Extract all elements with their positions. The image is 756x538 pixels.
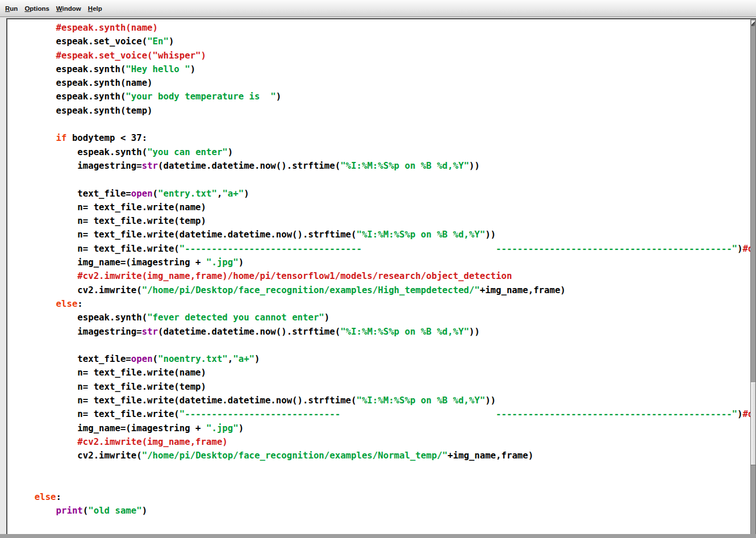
code-token-text: n= text_file.write(datetime.datetime.now… — [13, 229, 356, 240]
code-line: n= text_file.write(datetime.datetime.now… — [13, 394, 750, 407]
code-token-text — [13, 298, 56, 309]
code-token-comment: #cv2.imwrite(img_name,frame) — [13, 436, 228, 447]
code-token-string: "a+" — [222, 188, 244, 199]
code-token-text: cv2.imwrite( — [13, 285, 142, 295]
code-token-text: )) — [485, 395, 496, 406]
code-token-string: "%I:%M:%S%p on %B %d,%Y" — [340, 160, 469, 171]
code-token-string: "noentry.txt" — [158, 353, 228, 364]
code-token-text: cv2.imwrite( — [13, 450, 142, 461]
code-token-text: ( — [83, 505, 88, 516]
code-line: espeak.synth(temp) — [13, 104, 750, 118]
menu-item-help[interactable]: Help — [85, 3, 106, 14]
code-token-string: "/home/pi/Desktop/face_recognition/examp… — [142, 285, 480, 295]
code-token-string: "%I:%M:%S%p on %B %d,%Y" — [356, 395, 485, 406]
code-token-text: espeak.set_voice( — [13, 36, 147, 47]
code-token-string: "Hey hello " — [126, 64, 190, 74]
code-token-text: ) — [737, 243, 742, 254]
code-token-text: ) — [228, 147, 233, 157]
code-token-text: ( — [153, 353, 158, 364]
menu-item-options[interactable]: Options — [21, 3, 52, 14]
code-token-builtin: print — [56, 505, 83, 516]
code-line: espeak.synth(name) — [13, 76, 750, 90]
code-line — [13, 339, 750, 352]
code-token-builtin: str — [142, 326, 158, 337]
code-token-builtin: str — [142, 160, 158, 171]
code-token-text: img_name=(imagestring + — [13, 423, 206, 433]
scrollbar-thumb[interactable] — [751, 382, 755, 465]
code-token-string: "your body temperature is " — [126, 91, 275, 102]
code-token-text: )) — [469, 160, 480, 171]
code-line: else: — [13, 297, 750, 311]
code-token-text: n= text_file.write(name) — [13, 367, 206, 378]
code-token-text: +img_name,frame) — [448, 450, 533, 461]
code-token-text — [13, 491, 35, 502]
code-token-keyword: if — [56, 132, 67, 143]
code-token-comment: #dat — [743, 243, 751, 254]
code-token-text: : — [56, 491, 61, 502]
code-token-string: "%I:%M:%S%p on %B %d,%Y" — [356, 229, 485, 240]
code-token-text: ) — [276, 91, 281, 102]
code-token-text: n= text_file.write(name) — [13, 202, 206, 212]
code-token-string: "entry.txt" — [158, 188, 217, 199]
code-line: n= text_file.write(name) — [13, 366, 750, 379]
code-token-string: "you can enter" — [147, 147, 228, 157]
code-token-text: imagestring= — [13, 160, 142, 171]
code-line: text_file=open("entry.txt","a+") — [13, 187, 750, 201]
window-left-frame — [0, 18, 6, 534]
code-line: n= text_file.write("--------------------… — [13, 242, 750, 256]
code-token-text: ) — [324, 312, 329, 323]
code-token-string: "a+" — [233, 353, 254, 364]
code-token-string: "fever detected you cannot enter" — [147, 312, 324, 323]
menu-bar: RunOptionsWindowHelp — [0, 0, 756, 17]
code-token-text: : — [77, 298, 82, 309]
code-token-string: "old same" — [88, 505, 141, 516]
code-token-text: ) — [239, 423, 244, 433]
code-token-string: "%I:%M:%S%p on %B %d,%Y" — [340, 326, 469, 337]
code-line: img_name=(imagestring + ".jpg") — [13, 422, 750, 435]
code-line: imagestring=str(datetime.datetime.now().… — [13, 325, 750, 339]
code-token-builtin: open — [131, 353, 153, 364]
code-token-text: ) — [737, 408, 742, 419]
code-token-text: n= text_file.write( — [13, 243, 179, 254]
code-line: n= text_file.write(temp) — [13, 214, 750, 228]
code-editor[interactable]: #espeak.synth(name) espeak.set_voice("En… — [6, 18, 750, 534]
code-line: #cv2.imwrite(img_name,frame) — [13, 435, 750, 449]
code-token-text: n= text_file.write(temp) — [13, 381, 206, 392]
code-line: espeak.synth("your body temperature is "… — [13, 90, 750, 103]
code-token-string: "En" — [147, 36, 169, 47]
code-token-text: n= text_file.write(temp) — [13, 215, 206, 226]
code-token-text: +img_name,frame) — [480, 285, 566, 295]
code-token-string: "----------------------------- ---------… — [179, 408, 737, 419]
code-token-string: ".jpg" — [206, 257, 239, 268]
code-line: espeak.synth("you can enter") — [13, 145, 750, 159]
code-token-text: ) — [169, 36, 174, 47]
code-token-text: espeak.synth( — [13, 147, 147, 157]
code-line: if bodytemp < 37: — [13, 131, 750, 145]
vertical-scrollbar[interactable] — [750, 18, 756, 534]
code-line: #espeak.set_voice("whisper") — [13, 49, 750, 62]
code-token-comment: #espeak.synth(name) — [13, 22, 158, 33]
menu-item-window[interactable]: Window — [53, 3, 85, 14]
code-token-text: n= text_file.write( — [13, 408, 179, 419]
code-line: #cv2.imwrite(img_name,frame)/home/pi/ten… — [13, 269, 750, 283]
code-line: imagestring=str(datetime.datetime.now().… — [13, 159, 750, 173]
code-token-text: , — [228, 353, 233, 364]
code-token-string: ".jpg" — [206, 423, 239, 433]
code-token-text: ) — [239, 257, 244, 268]
code-token-text: bodytemp < 37: — [66, 132, 147, 143]
code-line: espeak.synth("Hey hello ") — [13, 62, 750, 76]
scrollbar-grip-icon — [751, 20, 755, 26]
code-token-text: n= text_file.write(datetime.datetime.now… — [13, 395, 356, 406]
code-line: text_file=open("noentry.txt","a+") — [13, 352, 750, 366]
code-line: n= text_file.write("--------------------… — [13, 407, 750, 421]
code-token-text: ) — [142, 505, 147, 516]
menu-item-run[interactable]: Run — [2, 3, 21, 14]
code-token-text: img_name=(imagestring + — [13, 257, 206, 268]
code-line — [13, 463, 750, 477]
window-bottom-frame — [0, 534, 756, 538]
code-token-text: ) — [254, 353, 260, 364]
code-token-text — [13, 132, 56, 143]
code-line: cv2.imwrite("/home/pi/Desktop/face_recog… — [13, 449, 750, 462]
code-line — [13, 173, 750, 186]
code-token-text: text_file= — [13, 353, 131, 364]
